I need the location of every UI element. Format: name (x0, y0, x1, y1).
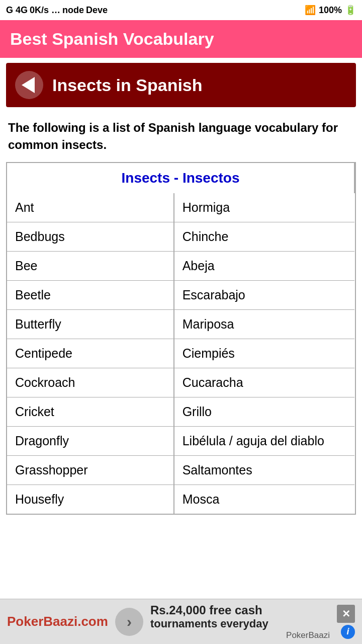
app-header: Best Spanish Vocabulary (0, 20, 362, 58)
spanish-cell: Abeja (174, 252, 354, 281)
spanish-cell: Hormiga (174, 193, 354, 222)
intro-paragraph: The following is a list of Spanish langu… (0, 112, 362, 158)
back-arrow-icon (22, 77, 35, 93)
table-row: ButterflyMariposa (7, 310, 354, 339)
english-cell: Bee (7, 252, 174, 281)
ad-text-block: Rs.24,000 free cash tournaments everyday… (150, 603, 330, 640)
spanish-cell: Grillo (174, 397, 354, 427)
spanish-cell: Ciempiés (174, 339, 354, 368)
ad-close-icon: ✕ (342, 608, 350, 620)
section-title: Insects in Spanish (52, 75, 203, 95)
english-cell: Bedbugs (7, 222, 174, 252)
table-row: HouseflyMosca (7, 485, 354, 514)
ad-close-button[interactable]: ✕ (337, 605, 355, 623)
back-button[interactable] (15, 71, 43, 99)
table-row: BeeAbeja (7, 252, 354, 281)
vocab-table: Insects - Insectos AntHormigaBedbugsChin… (7, 163, 355, 514)
status-right: 📶 100% 🔋 (305, 5, 356, 16)
english-cell: Cockroach (7, 368, 174, 397)
app-title: Best Spanish Vocabulary (10, 29, 214, 48)
status-bar: G 4G 0K/s … node Deve 📶 100% 🔋 (0, 0, 362, 20)
english-cell: Beetle (7, 281, 174, 310)
english-cell: Cricket (7, 397, 174, 427)
spanish-cell: Escarabajo (174, 281, 354, 310)
intro-text: The following is a list of Spanish langu… (8, 121, 338, 151)
content-wrap: Best Spanish Vocabulary Insects in Spani… (0, 20, 362, 571)
ad-brand: PokerBaazi (150, 630, 330, 640)
english-cell: Grasshopper (7, 456, 174, 485)
vocab-table-wrap: Insects - Insectos AntHormigaBedbugsChin… (6, 162, 356, 515)
mode-text: node (62, 5, 84, 16)
ad-logo: PokerBaazi.com (7, 614, 108, 629)
english-cell: Ant (7, 193, 174, 222)
table-row: BeetleEscarabajo (7, 281, 354, 310)
table-header-label: Insects - Insectos (7, 163, 354, 193)
ad-main-text: Rs.24,000 free cash (150, 603, 330, 617)
table-row: CricketGrillo (7, 397, 354, 427)
spanish-cell: Libélula / aguja del diablo (174, 427, 354, 456)
ad-banner: PokerBaazi.com › Rs.24,000 free cash tou… (0, 599, 362, 644)
table-row: CentipedeCiempiés (7, 339, 354, 368)
english-cell: Housefly (7, 485, 174, 514)
ad-info-icon: i (346, 626, 349, 637)
ad-arrow-button[interactable]: › (115, 608, 143, 636)
spanish-cell: Saltamontes (174, 456, 354, 485)
ad-info-button[interactable]: i (341, 625, 355, 639)
status-left: G 4G 0K/s … node Deve (6, 5, 108, 16)
battery-text: 100% (319, 5, 342, 16)
network-text: Deve (86, 5, 108, 16)
table-row: BedbugsChinche (7, 222, 354, 252)
table-row: CockroachCucaracha (7, 368, 354, 397)
section-header: Insects in Spanish (6, 63, 356, 107)
english-cell: Butterfly (7, 310, 174, 339)
ad-arrow-icon: › (127, 613, 132, 630)
table-row: DragonflyLibélula / aguja del diablo (7, 427, 354, 456)
signal-text: G 4G (6, 5, 28, 16)
table-row: GrasshopperSaltamontes (7, 456, 354, 485)
spanish-cell: Mariposa (174, 310, 354, 339)
wifi-icon: 📶 (305, 5, 316, 16)
english-cell: Dragonfly (7, 427, 174, 456)
english-cell: Centipede (7, 339, 174, 368)
ad-sub-text: tournaments everyday (150, 617, 330, 630)
spanish-cell: Cucaracha (174, 368, 354, 397)
speed-text: 0K/s … (30, 5, 60, 16)
table-header-row: Insects - Insectos (7, 163, 354, 193)
spanish-cell: Mosca (174, 485, 354, 514)
spanish-cell: Chinche (174, 222, 354, 252)
battery-icon: 🔋 (345, 5, 356, 16)
table-row: AntHormiga (7, 193, 354, 222)
